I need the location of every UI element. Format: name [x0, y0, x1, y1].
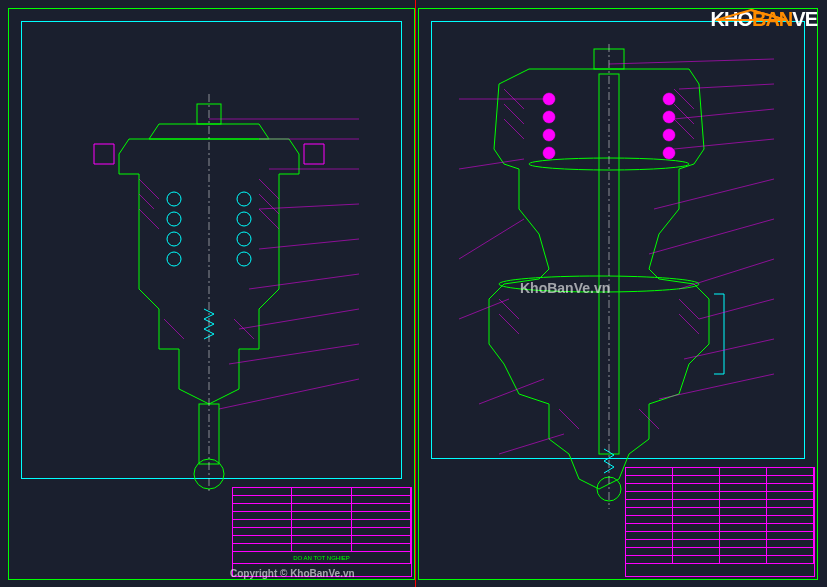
svg-point-48 — [543, 129, 555, 141]
svg-line-39 — [674, 119, 694, 139]
logo-roof-icon — [711, 8, 791, 23]
svg-line-27 — [219, 379, 359, 409]
svg-line-7 — [259, 194, 279, 214]
svg-line-26 — [229, 344, 359, 364]
svg-line-66 — [459, 219, 524, 259]
svg-line-58 — [654, 179, 774, 209]
svg-line-61 — [699, 299, 774, 319]
drawing-sheet-2[interactable] — [418, 8, 818, 580]
svg-point-53 — [663, 147, 675, 159]
svg-line-68 — [479, 379, 544, 404]
svg-line-8 — [259, 209, 279, 229]
svg-line-37 — [674, 89, 694, 109]
logo-khobanve: KHOBANVE — [711, 8, 817, 31]
svg-line-57 — [674, 139, 774, 149]
svg-line-60 — [679, 259, 774, 289]
svg-line-62 — [684, 339, 774, 359]
svg-line-69 — [499, 434, 564, 454]
svg-line-6 — [259, 179, 279, 199]
svg-line-9 — [164, 319, 184, 339]
svg-line-38 — [674, 104, 694, 124]
svg-line-35 — [504, 104, 524, 124]
svg-point-14 — [167, 252, 181, 266]
svg-line-3 — [139, 179, 159, 199]
svg-point-51 — [663, 111, 675, 123]
svg-line-44 — [559, 409, 579, 429]
svg-point-11 — [167, 192, 181, 206]
svg-line-22 — [259, 204, 359, 209]
svg-line-55 — [679, 84, 774, 89]
titleblock-2 — [625, 467, 815, 577]
svg-point-52 — [663, 129, 675, 141]
svg-line-5 — [139, 209, 159, 229]
svg-line-42 — [679, 299, 699, 319]
svg-line-56 — [674, 109, 774, 119]
svg-line-67 — [459, 299, 509, 319]
svg-line-10 — [234, 319, 254, 339]
svg-point-13 — [167, 232, 181, 246]
svg-line-59 — [649, 219, 774, 254]
svg-point-47 — [543, 111, 555, 123]
svg-line-4 — [139, 194, 154, 209]
svg-point-18 — [237, 252, 251, 266]
svg-line-63 — [659, 374, 774, 399]
titleblock-1: DO AN TOT NGHIEP — [232, 487, 412, 577]
svg-point-12 — [167, 212, 181, 226]
svg-point-49 — [543, 147, 555, 159]
cad-canvas[interactable]: KHOBANVE — [0, 0, 827, 587]
svg-line-43 — [679, 314, 699, 334]
svg-line-24 — [249, 274, 359, 289]
svg-line-54 — [609, 59, 774, 64]
svg-point-17 — [237, 232, 251, 246]
logo-ve: VE — [792, 8, 817, 30]
svg-point-50 — [663, 93, 675, 105]
svg-line-25 — [239, 309, 359, 329]
svg-line-23 — [259, 239, 359, 249]
tb-cell — [233, 488, 292, 495]
svg-point-16 — [237, 212, 251, 226]
drawing-sheet-1[interactable]: DO AN TOT NGHIEP — [8, 8, 415, 580]
drawing-title: DO AN TOT NGHIEP — [233, 552, 411, 563]
svg-line-41 — [499, 314, 519, 334]
svg-line-36 — [504, 119, 524, 139]
svg-point-15 — [237, 192, 251, 206]
